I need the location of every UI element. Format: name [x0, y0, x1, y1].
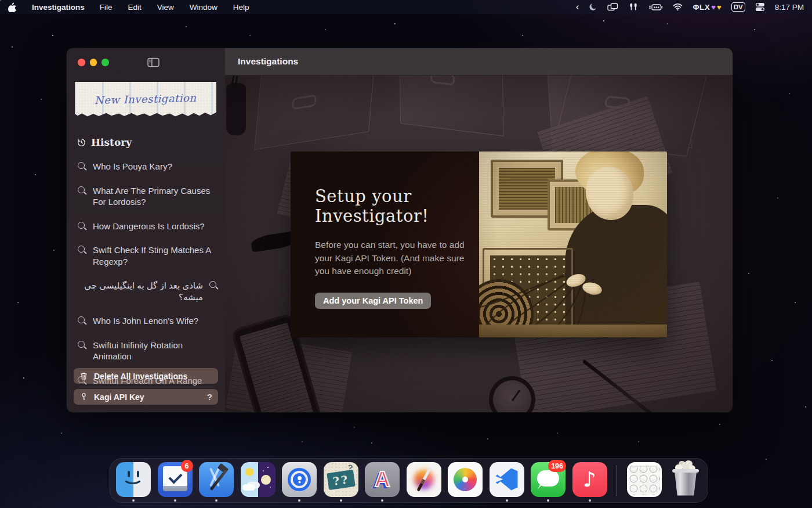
dock-item-documents-folder[interactable]: [626, 458, 662, 503]
window-titlebar: Investigations: [225, 48, 733, 75]
sidebar: New Investigation History Who Is Pouya K…: [67, 48, 225, 412]
window-title: Investigations: [238, 56, 298, 67]
search-icon: [78, 222, 86, 230]
history-item[interactable]: How Dangerous Is Lordosis?: [78, 221, 218, 232]
zoom-button[interactable]: [102, 59, 109, 66]
status-label: ΦLX♥♥: [693, 3, 721, 12]
dock-item-xcode[interactable]: [198, 458, 234, 503]
new-investigation-button[interactable]: New Investigation: [75, 82, 216, 119]
wifi-icon[interactable]: [673, 3, 683, 11]
help-button[interactable]: ?: [207, 392, 212, 402]
menu-bar-menus: FileEditViewWindowHelp: [100, 3, 249, 12]
heart-icon: ♥: [711, 3, 716, 12]
history-item[interactable]: Swiftui Inifinity Rotation Animation: [78, 340, 218, 362]
dock-item-trash[interactable]: [668, 458, 704, 503]
history-item-label: Swiftui Inifinity Rotation Animation: [93, 340, 218, 362]
menu-view[interactable]: View: [157, 3, 174, 12]
menu-bar-status: ‹ ΦLX♥♥ DV 8:17 PM: [576, 2, 804, 12]
running-indicator: [589, 499, 591, 502]
xcode-icon: [199, 462, 234, 497]
history-item-label: How Dangerous Is Lordosis?: [93, 221, 218, 232]
history-item[interactable]: Who Is Pouya Kary?: [78, 161, 218, 172]
heart-icon: ♥: [717, 3, 722, 12]
close-button[interactable]: [78, 59, 85, 66]
window-controls: [67, 48, 225, 67]
dock-item-albums[interactable]: [364, 458, 400, 503]
menu-help[interactable]: Help: [233, 3, 249, 12]
search-icon: [78, 246, 86, 254]
trash-icon: [79, 372, 88, 380]
dock-divider: [617, 465, 617, 496]
investigations-icon: [324, 462, 358, 497]
active-app-name[interactable]: Investigations: [32, 3, 85, 12]
history-header-label: History: [91, 136, 132, 148]
menu-bar-left: Investigations FileEditViewWindowHelp: [8, 2, 249, 12]
history-item[interactable]: شادی بعد از گل به اینگیلیسی چی میشه؟: [78, 280, 218, 302]
menu-edit[interactable]: Edit: [128, 3, 142, 12]
running-indicator: [132, 499, 135, 502]
ink-bottle-art: [226, 83, 246, 135]
notification-badge: 196: [548, 460, 566, 472]
history-item-label: Who Is John Lenon's Wife?: [93, 315, 218, 327]
menu-file[interactable]: File: [100, 3, 113, 12]
menu-window[interactable]: Window: [190, 3, 217, 12]
minimize-button[interactable]: [90, 59, 97, 66]
history-clock-icon: [77, 138, 86, 147]
new-investigation-label: New Investigation: [95, 91, 197, 110]
setup-card-text-panel: Setup your Investigator! Before you can …: [291, 152, 479, 337]
chevron-left-icon[interactable]: ‹: [576, 2, 579, 12]
screen-mirroring-icon[interactable]: [607, 3, 618, 12]
photos-icon: [448, 462, 483, 497]
dock: 6196: [110, 458, 708, 503]
notification-badge: 6: [181, 460, 193, 472]
running-indicator: [506, 499, 508, 502]
running-indicator: [298, 499, 300, 502]
running-indicator: [547, 499, 549, 502]
1password-icon: [282, 462, 317, 497]
running-indicator: [381, 499, 383, 502]
investigations-window: New Investigation History Who Is Pouya K…: [67, 48, 733, 412]
dv-status-badge[interactable]: DV: [731, 2, 745, 12]
delete-all-label: Delete All Investigations: [94, 372, 187, 381]
search-icon: [209, 281, 218, 290]
apple-menu-icon[interactable]: [8, 2, 17, 12]
history-list: Who Is Pouya Kary?What Are The Primary C…: [78, 161, 218, 386]
history-item-label: شادی بعد از گل به اینگیلیسی چی میشه؟: [78, 280, 203, 302]
clock[interactable]: 8:17 PM: [775, 3, 804, 12]
vscode-icon: [490, 462, 524, 497]
dock-item-messages[interactable]: 196: [530, 458, 566, 503]
trash-icon: [668, 462, 703, 497]
delete-all-investigations-button[interactable]: Delete All Investigations: [74, 368, 218, 384]
sidebar-toggle-icon[interactable]: [147, 57, 160, 67]
operator-illustration: [479, 152, 667, 337]
dock-item-finder[interactable]: [115, 458, 151, 503]
dock-item-daynight[interactable]: [240, 458, 276, 503]
dock-item-music[interactable]: [572, 458, 608, 503]
control-center-icon[interactable]: [755, 2, 765, 12]
kagi-api-key-button[interactable]: Kagi API Key ?: [74, 389, 218, 405]
daynight-icon: [241, 462, 276, 497]
dock-item-things[interactable]: 6: [157, 458, 193, 503]
dock-item-pixelmator[interactable]: [406, 458, 442, 503]
history-item-label: Swift Check If Sting Matches A Regexp?: [93, 244, 218, 267]
dock-item-investigations[interactable]: [323, 458, 359, 503]
search-icon: [78, 341, 86, 350]
music-icon: [572, 462, 607, 497]
running-indicator: [340, 499, 342, 502]
menu-bar: Investigations FileEditViewWindowHelp ‹ …: [0, 0, 812, 14]
history-header: History: [77, 136, 225, 148]
dock-item-vscode[interactable]: [489, 458, 525, 503]
history-item-label: Who Is Pouya Kary?: [93, 161, 218, 172]
dock-item-photos[interactable]: [447, 458, 483, 503]
history-item[interactable]: Swift Check If Sting Matches A Regexp?: [78, 244, 218, 267]
airpods-icon[interactable]: [628, 3, 639, 11]
battery-charging-icon[interactable]: [648, 3, 663, 12]
history-item[interactable]: Who Is John Lenon's Wife?: [78, 315, 218, 327]
history-item[interactable]: What Are The Primary Causes For Lordosis…: [78, 185, 218, 208]
focus-moon-icon[interactable]: [589, 3, 597, 12]
dock-item-1password[interactable]: [281, 458, 317, 503]
setup-card-body: Before you can start, you have to add yo…: [315, 239, 473, 278]
add-kagi-api-token-button[interactable]: Add your Kagi API Token: [315, 293, 431, 309]
finder-icon: [116, 462, 151, 497]
setup-card: Setup your Investigator! Before you can …: [291, 152, 667, 337]
